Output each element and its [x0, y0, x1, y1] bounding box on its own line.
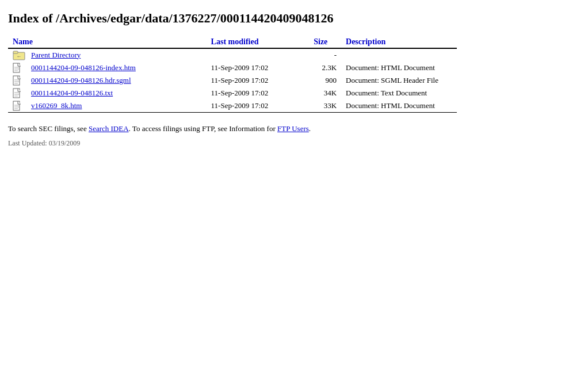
name-sort-link[interactable]: Name	[13, 37, 33, 46]
file-size: 34K	[309, 87, 341, 99]
file-description: Document: Text Document	[341, 87, 457, 99]
table-row: 0001144204-09-048126-index.htm11-Sep-200…	[8, 62, 457, 74]
file-size: 2.3K	[309, 62, 341, 74]
file-icon-cell	[8, 62, 26, 74]
file-name[interactable]: 0001144204-09-048126.hdr.sgml	[26, 74, 207, 87]
file-name[interactable]: 0001144204-09-048126-index.htm	[26, 62, 207, 74]
size-sort-link[interactable]: Size	[314, 37, 327, 46]
name-header[interactable]: Name	[8, 36, 207, 48]
table-row: v160269_8k.htm11-Sep-2009 17:0233KDocume…	[8, 99, 457, 112]
file-description: Document: HTML Document	[341, 99, 457, 112]
file-doc-icon	[13, 101, 22, 111]
last-updated: Last Updated: 03/19/2009	[8, 139, 580, 148]
parent-dir-link[interactable]: Parent Directory	[31, 51, 81, 59]
file-modified: 11-Sep-2009 17:02	[207, 74, 310, 87]
back-folder-icon: ←	[13, 50, 25, 60]
file-doc-icon	[13, 88, 22, 98]
file-name[interactable]: v160269_8k.htm	[26, 99, 207, 112]
file-modified	[207, 49, 310, 62]
file-modified: 11-Sep-2009 17:02	[207, 62, 310, 74]
parent-dir-row: ← Parent Directory-	[8, 49, 457, 62]
file-link[interactable]: 0001144204-09-048126-index.htm	[31, 63, 136, 72]
file-modified: 11-Sep-2009 17:02	[207, 87, 310, 99]
table-footer-divider	[8, 112, 457, 113]
back-icon-cell: ←	[8, 49, 26, 62]
file-icon-cell	[8, 87, 26, 99]
size-header[interactable]: Size	[309, 36, 341, 48]
table-row: 0001144204-09-048126.hdr.sgml11-Sep-2009…	[8, 74, 457, 87]
table-row: 0001144204-09-048126.txt11-Sep-2009 17:0…	[8, 87, 457, 99]
file-modified: 11-Sep-2009 17:02	[207, 99, 310, 112]
file-doc-icon	[13, 75, 22, 86]
modified-header[interactable]: Last modified	[207, 36, 310, 48]
file-link[interactable]: 0001144204-09-048126.hdr.sgml	[31, 76, 131, 85]
footer-text3: .	[309, 124, 311, 133]
file-size: 900	[309, 74, 341, 87]
file-icon-cell	[8, 74, 26, 87]
modified-sort-link[interactable]: Last modified	[211, 37, 259, 46]
parent-dir-name[interactable]: Parent Directory	[26, 49, 207, 62]
file-description: Document: SGML Header File	[341, 74, 457, 87]
file-size: -	[309, 49, 341, 62]
file-description	[341, 49, 457, 62]
footer: To search SEC filings, see Search IDEA. …	[8, 124, 580, 133]
page-title: Index of /Archives/edgar/data/1376227/00…	[8, 10, 580, 27]
file-listing-table: Name Last modified Size Description ← Pa…	[8, 36, 457, 113]
ftp-users-link[interactable]: FTP Users	[277, 124, 309, 133]
table-header-row: Name Last modified Size Description	[8, 36, 457, 48]
footer-text2: . To access filings using FTP, see Infor…	[129, 124, 277, 133]
search-idea-link[interactable]: Search IDEA	[89, 124, 129, 133]
file-icon-cell	[8, 99, 26, 112]
file-name[interactable]: 0001144204-09-048126.txt	[26, 87, 207, 99]
svg-text:←: ←	[17, 53, 22, 59]
footer-text1: To search SEC filings, see	[8, 124, 89, 133]
file-link[interactable]: 0001144204-09-048126.txt	[31, 89, 113, 97]
file-description: Document: HTML Document	[341, 62, 457, 74]
file-link[interactable]: v160269_8k.htm	[31, 101, 82, 110]
description-header[interactable]: Description	[341, 36, 457, 48]
file-doc-icon	[13, 63, 22, 73]
description-sort-link[interactable]: Description	[346, 37, 385, 46]
file-size: 33K	[309, 99, 341, 112]
